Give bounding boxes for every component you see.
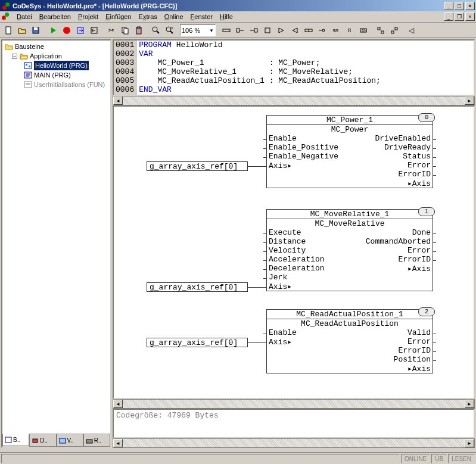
zoom-combo[interactable]: 106 % ▼ [180, 24, 216, 36]
cfc-scrollbar[interactable]: ◄ ► [113, 399, 475, 409]
tree-item-userinit[interactable]: UserInitialisations (FUN) [4, 80, 109, 89]
tb-cfc-1[interactable] [219, 24, 233, 37]
minimize-button[interactable]: _ [444, 2, 453, 10]
tree-tab-datatypes[interactable]: D.. [29, 434, 56, 447]
fb-pin[interactable]: Position [394, 355, 431, 364]
menu-projekt[interactable]: Projekt [74, 12, 102, 21]
fb-pin[interactable]: ErrorID [398, 346, 431, 355]
fb-pin[interactable]: ErrorID [398, 255, 431, 264]
fb-pin[interactable]: Distance [269, 237, 306, 246]
menu-hilfe[interactable]: Hilfe [216, 12, 237, 21]
close-button[interactable]: × [465, 2, 475, 10]
fb-pin[interactable]: Axis▸ [269, 282, 292, 291]
tb-cfc-text-sr[interactable]: sR [329, 24, 343, 37]
fb-pin[interactable]: Error [407, 246, 431, 255]
menu-bar: Datei Bearbeiten Projekt Einfügen Extras… [0, 11, 476, 23]
tb-order-1[interactable] [374, 24, 387, 37]
fb-pin[interactable]: Deceleration [269, 264, 325, 273]
decl-scrollbar[interactable]: ◄ ► [113, 96, 475, 105]
menu-online[interactable]: Online [161, 12, 187, 21]
tb-copy[interactable] [118, 24, 132, 37]
tree-root[interactable]: Bausteine [4, 42, 109, 51]
message-panel[interactable]: Codegröße: 47969 Bytes [113, 409, 475, 438]
fb-mc-power[interactable]: 0 MC_Power_1 MC_Power EnableDriveEnabled… [266, 115, 433, 188]
tb-cfc-6[interactable] [288, 24, 301, 37]
fb-pin[interactable]: Enable_Positive [269, 143, 338, 152]
tb-new[interactable] [1, 24, 15, 37]
code-text[interactable]: PROGRAM HelloWorld VAR MC_Power_1 : MC_P… [136, 41, 383, 95]
cfc-canvas[interactable]: 0 MC_Power_1 MC_Power EnableDriveEnabled… [113, 105, 475, 399]
tree-collapse-icon[interactable]: − [12, 54, 17, 59]
input-var-box[interactable]: g_array_axis_ref[0] [147, 161, 248, 171]
input-var-box[interactable]: g_array_axis_ref[0] [147, 338, 248, 347]
tree-item-main[interactable]: MAIN (PRG) [4, 70, 109, 80]
fb-pin[interactable]: Jerk [269, 273, 287, 282]
menu-datei[interactable]: Datei [13, 12, 36, 21]
tree-tab-visu[interactable]: V.. [57, 434, 83, 447]
tb-login[interactable] [73, 24, 87, 37]
msg-scrollbar[interactable]: ◄ ► [113, 438, 475, 448]
tb-cfc-3[interactable] [247, 24, 260, 37]
tree-app[interactable]: − Application [4, 51, 109, 61]
scroll-left-icon[interactable]: ◄ [113, 439, 123, 447]
tb-cfc-en[interactable]: EN [356, 24, 370, 37]
menu-extras[interactable]: Extras [135, 12, 161, 21]
tb-findnext[interactable]: » [163, 24, 176, 37]
fb-pin[interactable]: ▸Axis [407, 364, 431, 373]
tb-save[interactable] [29, 24, 42, 37]
fb-pin[interactable]: Acceleration [269, 255, 325, 264]
fb-pin[interactable]: ▸Axis [407, 179, 431, 188]
fb-mc-moverelative[interactable]: 1 MC_MoveRelative_1 MC_MoveRelative Exec… [266, 209, 433, 291]
fb-mc-readactualposition[interactable]: 2 MC_ReadActualPosition_1 MC_ReadActualP… [266, 309, 433, 373]
fb-pin[interactable]: Done [412, 228, 431, 237]
tb-cfc-5[interactable] [274, 24, 288, 37]
fb-pin[interactable]: Axis▸ [269, 337, 292, 346]
menu-einfuegen[interactable]: Einfügen [102, 12, 135, 21]
fb-pin[interactable]: Enable_Negative [269, 152, 338, 161]
scroll-right-icon[interactable]: ► [465, 439, 474, 447]
tree-item-helloworld[interactable]: HelloWorld (PRG) [4, 61, 109, 70]
mdi-restore-button[interactable]: ❐ [455, 13, 464, 21]
tb-open[interactable] [15, 24, 29, 37]
scroll-right-icon[interactable]: ► [465, 400, 474, 408]
tb-cfc-8[interactable] [315, 24, 329, 37]
declaration-editor[interactable]: 0001 0002 0003 0004 0005 0006 PROGRAM He… [113, 39, 475, 96]
tb-run[interactable] [46, 24, 60, 37]
fb-pin[interactable]: Axis▸ [269, 161, 292, 170]
fb-pin[interactable]: Enable [269, 134, 297, 143]
maximize-button[interactable]: □ [455, 2, 464, 10]
fb-pin[interactable]: Error [407, 161, 431, 170]
fb-pin[interactable]: CommandAborted [366, 237, 431, 246]
scroll-left-icon[interactable]: ◄ [113, 96, 123, 105]
tb-cut[interactable]: ✂ [104, 24, 118, 37]
scroll-left-icon[interactable]: ◄ [113, 400, 123, 408]
scroll-right-icon[interactable]: ► [465, 96, 474, 105]
fb-pin[interactable]: Enable [269, 328, 297, 337]
fb-pin[interactable]: ▸Axis [407, 264, 431, 273]
fb-pin[interactable]: Error [407, 337, 431, 346]
tb-order-2[interactable] [387, 24, 401, 37]
tb-cfc-2[interactable] [233, 24, 247, 37]
tb-logout[interactable] [87, 24, 101, 37]
tree-tab-pou[interactable]: B.. [2, 434, 29, 446]
input-var-box[interactable]: g_array_axis_ref[0] [147, 282, 248, 292]
tb-cfc-7[interactable] [301, 24, 315, 37]
fb-pin[interactable]: Execute [269, 228, 301, 237]
menu-fenster[interactable]: Fenster [187, 12, 216, 21]
tb-back[interactable]: ◁ [405, 24, 418, 37]
fb-pin[interactable]: DriveReady [384, 143, 431, 152]
tb-cfc-text-r[interactable]: R [343, 24, 356, 37]
fb-pin[interactable]: Status [403, 152, 431, 161]
tree-tab-resources[interactable]: R.. [83, 434, 110, 447]
tb-paste[interactable] [132, 24, 145, 37]
fb-pin[interactable]: Valid [407, 328, 431, 337]
mdi-close-button[interactable]: × [465, 13, 475, 21]
tb-stop[interactable] [60, 24, 73, 37]
fb-pin[interactable]: DriveEnabled [375, 134, 431, 143]
tb-find[interactable] [149, 24, 163, 37]
menu-bearbeiten[interactable]: Bearbeiten [36, 12, 74, 21]
mdi-minimize-button[interactable]: _ [444, 13, 453, 21]
tb-cfc-4[interactable] [260, 24, 274, 37]
fb-pin[interactable]: ErrorID [398, 170, 431, 179]
fb-pin[interactable]: Velocity [269, 246, 306, 255]
